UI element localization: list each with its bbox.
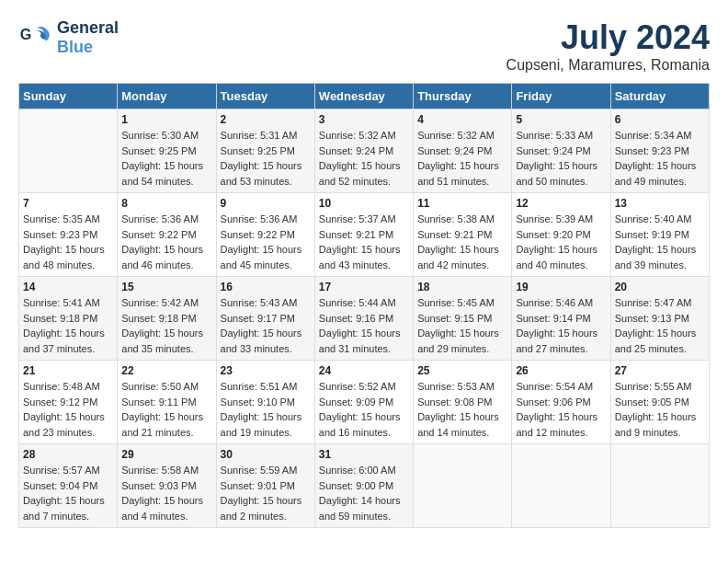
- day-info: Sunrise: 5:35 AM Sunset: 9:23 PM Dayligh…: [23, 213, 105, 270]
- day-number: 6: [615, 113, 705, 126]
- day-number: 12: [516, 197, 606, 210]
- day-number: 3: [319, 113, 409, 126]
- day-number: 11: [417, 197, 507, 210]
- day-number: 16: [221, 281, 311, 293]
- day-info: Sunrise: 5:42 AM Sunset: 9:18 PM Dayligh…: [121, 297, 203, 354]
- day-number: 15: [121, 281, 211, 293]
- calendar-cell: 31Sunrise: 6:00 AM Sunset: 9:00 PM Dayli…: [314, 444, 413, 528]
- day-number: 13: [615, 197, 705, 210]
- day-number: 27: [615, 364, 705, 377]
- week-row-3: 14Sunrise: 5:41 AM Sunset: 9:18 PM Dayli…: [19, 277, 710, 361]
- calendar-cell: 9Sunrise: 5:36 AM Sunset: 9:22 PM Daylig…: [216, 193, 314, 277]
- day-number: 31: [319, 448, 409, 461]
- header-tuesday: Tuesday: [216, 84, 314, 109]
- day-info: Sunrise: 5:37 AM Sunset: 9:21 PM Dayligh…: [319, 213, 401, 270]
- day-info: Sunrise: 5:53 AM Sunset: 9:08 PM Dayligh…: [417, 381, 499, 438]
- page-title: July 2024: [506, 18, 710, 57]
- day-info: Sunrise: 5:34 AM Sunset: 9:23 PM Dayligh…: [615, 130, 697, 187]
- day-number: 8: [121, 197, 211, 210]
- day-number: 21: [23, 364, 113, 377]
- page-subtitle: Cupseni, Maramures, Romania: [506, 57, 710, 74]
- day-info: Sunrise: 5:48 AM Sunset: 9:12 PM Dayligh…: [23, 381, 105, 438]
- calendar-cell: 1Sunrise: 5:30 AM Sunset: 9:25 PM Daylig…: [118, 109, 216, 193]
- calendar-cell: 12Sunrise: 5:39 AM Sunset: 9:20 PM Dayli…: [512, 193, 610, 277]
- day-number: 14: [23, 281, 113, 293]
- calendar-cell: 25Sunrise: 5:53 AM Sunset: 9:08 PM Dayli…: [414, 361, 512, 444]
- calendar-header-row: SundayMondayTuesdayWednesdayThursdayFrid…: [19, 84, 710, 109]
- day-info: Sunrise: 5:32 AM Sunset: 9:24 PM Dayligh…: [417, 130, 499, 187]
- header-monday: Monday: [118, 84, 216, 109]
- day-number: 10: [319, 197, 409, 210]
- header-thursday: Thursday: [414, 84, 512, 109]
- day-info: Sunrise: 5:58 AM Sunset: 9:03 PM Dayligh…: [121, 465, 203, 522]
- calendar-cell: 10Sunrise: 5:37 AM Sunset: 9:21 PM Dayli…: [314, 193, 413, 277]
- day-number: 30: [221, 448, 311, 461]
- calendar-cell: 20Sunrise: 5:47 AM Sunset: 9:13 PM Dayli…: [610, 277, 709, 361]
- calendar-cell: 5Sunrise: 5:33 AM Sunset: 9:24 PM Daylig…: [512, 109, 610, 193]
- calendar-cell: 23Sunrise: 5:51 AM Sunset: 9:10 PM Dayli…: [216, 361, 314, 444]
- calendar-cell: 30Sunrise: 5:59 AM Sunset: 9:01 PM Dayli…: [216, 444, 314, 528]
- day-number: 4: [417, 113, 507, 126]
- calendar-cell: 17Sunrise: 5:44 AM Sunset: 9:16 PM Dayli…: [314, 277, 413, 361]
- week-row-4: 21Sunrise: 5:48 AM Sunset: 9:12 PM Dayli…: [19, 361, 710, 444]
- page-header: G General Blue July 2024 Cupseni, Maramu…: [18, 18, 710, 74]
- day-number: 22: [121, 364, 211, 377]
- day-number: 20: [615, 281, 705, 293]
- day-number: 26: [516, 364, 606, 377]
- day-info: Sunrise: 5:32 AM Sunset: 9:24 PM Dayligh…: [319, 130, 401, 187]
- calendar-cell: [19, 109, 118, 193]
- day-info: Sunrise: 5:51 AM Sunset: 9:10 PM Dayligh…: [221, 381, 302, 438]
- day-info: Sunrise: 5:43 AM Sunset: 9:17 PM Dayligh…: [221, 297, 302, 354]
- day-number: 29: [121, 448, 211, 461]
- week-row-1: 1Sunrise: 5:30 AM Sunset: 9:25 PM Daylig…: [19, 109, 710, 193]
- day-info: Sunrise: 5:33 AM Sunset: 9:24 PM Dayligh…: [516, 130, 597, 187]
- calendar-cell: 15Sunrise: 5:42 AM Sunset: 9:18 PM Dayli…: [118, 277, 216, 361]
- logo-icon: G: [18, 21, 51, 54]
- day-info: Sunrise: 5:30 AM Sunset: 9:25 PM Dayligh…: [121, 130, 203, 187]
- day-info: Sunrise: 5:36 AM Sunset: 9:22 PM Dayligh…: [221, 213, 302, 270]
- calendar-cell: 8Sunrise: 5:36 AM Sunset: 9:22 PM Daylig…: [118, 193, 216, 277]
- header-friday: Friday: [512, 84, 610, 109]
- calendar-table: SundayMondayTuesdayWednesdayThursdayFrid…: [18, 83, 710, 528]
- calendar-cell: [610, 444, 709, 528]
- calendar-cell: 19Sunrise: 5:46 AM Sunset: 9:14 PM Dayli…: [512, 277, 610, 361]
- calendar-cell: 18Sunrise: 5:45 AM Sunset: 9:15 PM Dayli…: [414, 277, 512, 361]
- calendar-cell: 7Sunrise: 5:35 AM Sunset: 9:23 PM Daylig…: [19, 193, 118, 277]
- calendar-cell: 2Sunrise: 5:31 AM Sunset: 9:25 PM Daylig…: [216, 109, 314, 193]
- logo: G General Blue: [18, 18, 119, 57]
- calendar-cell: 6Sunrise: 5:34 AM Sunset: 9:23 PM Daylig…: [610, 109, 709, 193]
- calendar-cell: 16Sunrise: 5:43 AM Sunset: 9:17 PM Dayli…: [216, 277, 314, 361]
- title-block: July 2024 Cupseni, Maramures, Romania: [506, 18, 710, 74]
- header-saturday: Saturday: [610, 84, 709, 109]
- calendar-cell: 14Sunrise: 5:41 AM Sunset: 9:18 PM Dayli…: [19, 277, 118, 361]
- day-number: 24: [319, 364, 409, 377]
- day-info: Sunrise: 6:00 AM Sunset: 9:00 PM Dayligh…: [319, 465, 401, 522]
- calendar-cell: 28Sunrise: 5:57 AM Sunset: 9:04 PM Dayli…: [19, 444, 118, 528]
- calendar-cell: [512, 444, 610, 528]
- calendar-cell: 26Sunrise: 5:54 AM Sunset: 9:06 PM Dayli…: [512, 361, 610, 444]
- calendar-cell: 29Sunrise: 5:58 AM Sunset: 9:03 PM Dayli…: [118, 444, 216, 528]
- day-info: Sunrise: 5:57 AM Sunset: 9:04 PM Dayligh…: [23, 465, 105, 522]
- day-info: Sunrise: 5:39 AM Sunset: 9:20 PM Dayligh…: [516, 213, 597, 270]
- day-info: Sunrise: 5:45 AM Sunset: 9:15 PM Dayligh…: [417, 297, 499, 354]
- day-info: Sunrise: 5:41 AM Sunset: 9:18 PM Dayligh…: [23, 297, 105, 354]
- day-number: 5: [516, 113, 606, 126]
- day-number: 9: [221, 197, 311, 210]
- day-info: Sunrise: 5:31 AM Sunset: 9:25 PM Dayligh…: [221, 130, 302, 187]
- day-info: Sunrise: 5:52 AM Sunset: 9:09 PM Dayligh…: [319, 381, 401, 438]
- week-row-2: 7Sunrise: 5:35 AM Sunset: 9:23 PM Daylig…: [19, 193, 710, 277]
- calendar-cell: 22Sunrise: 5:50 AM Sunset: 9:11 PM Dayli…: [118, 361, 216, 444]
- logo-text: General Blue: [57, 18, 119, 57]
- day-info: Sunrise: 5:55 AM Sunset: 9:05 PM Dayligh…: [615, 381, 697, 438]
- day-info: Sunrise: 5:38 AM Sunset: 9:21 PM Dayligh…: [417, 213, 499, 270]
- calendar-cell: 4Sunrise: 5:32 AM Sunset: 9:24 PM Daylig…: [414, 109, 512, 193]
- day-number: 7: [23, 197, 113, 210]
- calendar-cell: 24Sunrise: 5:52 AM Sunset: 9:09 PM Dayli…: [314, 361, 413, 444]
- header-wednesday: Wednesday: [314, 84, 413, 109]
- day-number: 1: [121, 113, 211, 126]
- calendar-cell: 13Sunrise: 5:40 AM Sunset: 9:19 PM Dayli…: [610, 193, 709, 277]
- day-info: Sunrise: 5:54 AM Sunset: 9:06 PM Dayligh…: [516, 381, 597, 438]
- day-number: 17: [319, 281, 409, 293]
- calendar-cell: 3Sunrise: 5:32 AM Sunset: 9:24 PM Daylig…: [314, 109, 413, 193]
- day-info: Sunrise: 5:44 AM Sunset: 9:16 PM Dayligh…: [319, 297, 401, 354]
